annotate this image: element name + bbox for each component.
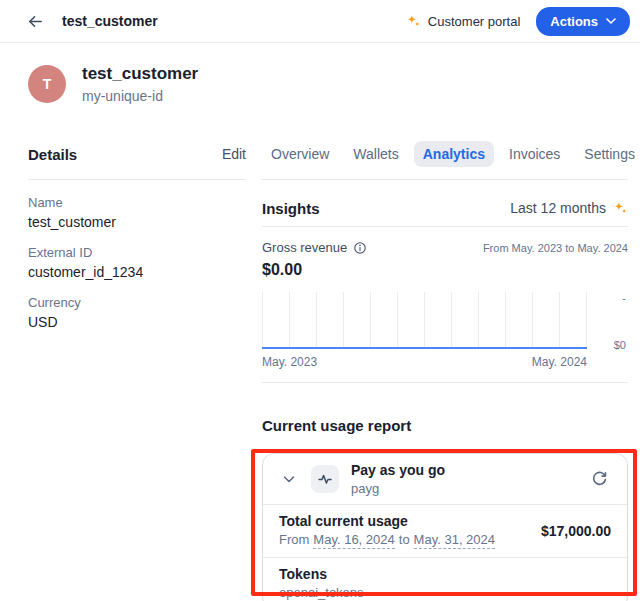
actions-label: Actions xyxy=(550,14,598,29)
customer-external-id: my-unique-id xyxy=(82,88,198,104)
tab-settings[interactable]: Settings xyxy=(575,141,640,167)
sparkle-icon xyxy=(613,201,628,216)
usage-total-row: Total current usage From May. 16, 2024 t… xyxy=(263,504,627,557)
pulse-icon xyxy=(317,471,333,487)
plan-name: Pay as you go xyxy=(351,462,445,479)
chart-date-range: From May. 2023 to May. 2024 xyxy=(483,242,628,254)
tabs-divider xyxy=(262,179,628,180)
actions-button[interactable]: Actions xyxy=(536,7,630,36)
gross-revenue-label: Gross revenue xyxy=(262,240,347,255)
usage-item-code: openai_tokens xyxy=(279,585,611,600)
y-axis-top-label: - xyxy=(622,292,626,304)
gross-revenue-chart: - $0 xyxy=(262,292,628,351)
refresh-icon xyxy=(591,471,608,488)
detail-field-currency: Currency USD xyxy=(28,295,246,330)
plan-code: payg xyxy=(351,481,445,496)
y-axis-bottom-label: $0 xyxy=(614,339,626,351)
info-icon[interactable] xyxy=(353,241,367,255)
details-divider xyxy=(28,179,246,180)
chart-plot-area xyxy=(262,292,587,349)
customer-portal-label: Customer portal xyxy=(428,14,520,29)
chart-divider xyxy=(262,382,628,383)
period-date-from[interactable]: May. 16, 2024 xyxy=(313,532,394,549)
main-panel: Overview Wallets Analytics Invoices Sett… xyxy=(262,138,628,601)
edit-button[interactable]: Edit xyxy=(222,146,246,162)
period-word-from: From xyxy=(279,532,309,549)
x-axis-left-label: May. 2023 xyxy=(262,355,317,369)
top-bar: test_customer Customer portal Actions xyxy=(0,0,640,43)
tab-analytics[interactable]: Analytics xyxy=(414,141,494,167)
usage-card: Pay as you go payg Total current usage F… xyxy=(262,453,628,601)
field-value: customer_id_1234 xyxy=(28,264,246,280)
detail-field-name: Name test_customer xyxy=(28,195,246,230)
page-title: test_customer xyxy=(62,13,158,29)
usage-total-label: Total current usage xyxy=(279,513,495,529)
gross-revenue-value: $0.00 xyxy=(262,261,628,279)
insights-heading: Insights xyxy=(262,200,320,217)
tab-bar: Overview Wallets Analytics Invoices Sett… xyxy=(262,140,628,168)
usage-item-row: Tokens openai_tokens xyxy=(263,557,627,601)
tab-wallets[interactable]: Wallets xyxy=(344,141,407,167)
plan-iconbox xyxy=(311,465,339,493)
usage-period: From May. 16, 2024 to May. 31, 2024 xyxy=(279,532,495,549)
field-value: test_customer xyxy=(28,214,246,230)
refresh-button[interactable] xyxy=(587,467,611,491)
detail-field-external-id: External ID customer_id_1234 xyxy=(28,245,246,280)
insights-divider xyxy=(262,226,628,227)
period-date-to[interactable]: May. 31, 2024 xyxy=(414,532,495,549)
chevron-down-icon xyxy=(282,472,296,486)
usage-report-heading: Current usage report xyxy=(262,417,628,434)
back-button[interactable] xyxy=(22,8,48,34)
details-panel: Details Edit Name test_customer External… xyxy=(28,138,246,330)
collapse-button[interactable] xyxy=(279,469,299,489)
customer-header: T test_customer my-unique-id xyxy=(28,64,198,104)
x-axis-right-label: May. 2024 xyxy=(532,355,587,369)
field-label: Name xyxy=(28,195,246,210)
details-heading: Details xyxy=(28,146,77,163)
field-value: USD xyxy=(28,314,246,330)
period-label: Last 12 months xyxy=(510,200,606,216)
period-selector[interactable]: Last 12 months xyxy=(510,200,628,216)
tab-overview[interactable]: Overview xyxy=(262,141,338,167)
usage-total-amount: $17,000.00 xyxy=(541,523,611,539)
field-label: Currency xyxy=(28,295,246,310)
field-label: External ID xyxy=(28,245,246,260)
chevron-down-icon xyxy=(606,18,616,24)
usage-item-name: Tokens xyxy=(279,566,611,582)
tab-invoices[interactable]: Invoices xyxy=(500,141,569,167)
period-word-to: to xyxy=(399,532,410,549)
customer-portal-link[interactable]: Customer portal xyxy=(406,14,520,29)
sparkle-icon xyxy=(406,14,421,29)
back-arrow-icon xyxy=(27,13,44,30)
customer-name: test_customer xyxy=(82,64,198,84)
avatar: T xyxy=(28,65,66,103)
